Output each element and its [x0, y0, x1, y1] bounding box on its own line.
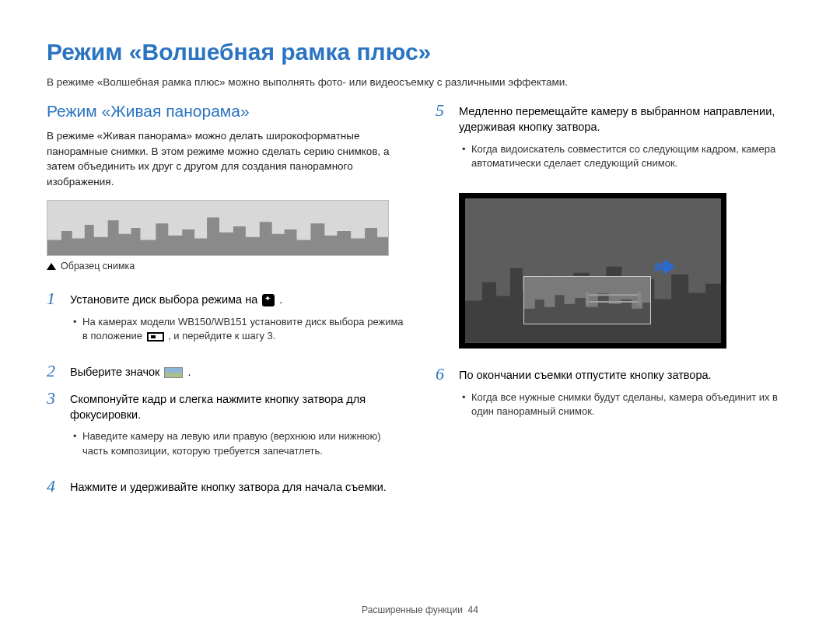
- step-3-subnote: Наведите камеру на левую или правую (вер…: [70, 429, 404, 459]
- panorama-thumbnail-icon: [164, 367, 183, 378]
- svg-rect-9: [661, 263, 663, 271]
- step-number-2: 2: [47, 363, 61, 380]
- svg-rect-5: [586, 292, 589, 306]
- step-5-text: Медленно перемещайте камеру в выбранном …: [459, 103, 793, 135]
- page-title: Режим «Волшебная рамка плюс»: [47, 39, 793, 65]
- svg-rect-8: [658, 263, 660, 271]
- step-number-4: 4: [47, 478, 61, 495]
- step-3-text: Скомпонуйте кадр и слегка нажмите кнопку…: [70, 391, 404, 423]
- step-6-text: По окончании съемки отпустите кнопку зат…: [459, 367, 793, 383]
- direction-arrow-right-icon: [655, 259, 675, 275]
- svg-rect-7: [655, 263, 657, 271]
- mode-dial-magic-plus-icon: [262, 294, 275, 306]
- caption-triangle-icon: [47, 263, 56, 270]
- step-number-3: 3: [47, 390, 61, 407]
- svg-rect-6: [638, 292, 641, 306]
- page-footer: Расширенные функции 44: [0, 604, 840, 615]
- step-number-1: 1: [47, 290, 61, 307]
- panorama-preview-box: [523, 276, 651, 324]
- step-1-subnote: На камерах модели WB150/WB151 установите…: [70, 315, 404, 345]
- step-number-6: 6: [436, 366, 450, 383]
- step-2-text: Выберите значок .: [70, 364, 404, 380]
- mode-dial-panorama-icon: [147, 332, 164, 342]
- footer-page-number: 44: [468, 604, 478, 615]
- step-4-text: Нажмите и удерживайте кнопку затвора для…: [70, 479, 404, 495]
- sample-caption-text: Образец снимка: [61, 261, 135, 271]
- section-intro: В режиме «Живая панорама» можно делать ш…: [47, 128, 404, 189]
- section-title-live-panorama: Режим «Живая панорама»: [47, 102, 404, 121]
- step-number-5: 5: [436, 102, 450, 119]
- step-5-subnote: Когда видоискатель совместится со следую…: [459, 142, 793, 172]
- panorama-sample-image: [47, 200, 389, 256]
- step-1-text: Установите диск выбора режима на .: [70, 292, 404, 307]
- step-6-subnote: Когда все нужные снимки будут сделаны, к…: [459, 391, 793, 420]
- viewfinder-illustration: [459, 193, 726, 349]
- intro-text: В режиме «Волшебная рамка плюс» можно вы…: [47, 76, 793, 88]
- footer-section-label: Расширенные функции: [362, 604, 463, 615]
